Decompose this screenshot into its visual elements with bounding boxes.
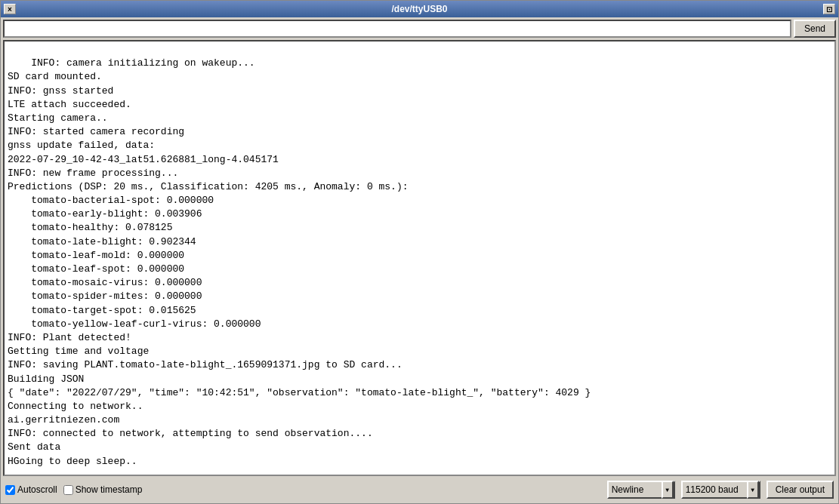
input-bar: Send bbox=[1, 17, 838, 40]
baud-dropdown-wrapper: 300 1200 2400 4800 9600 19200 38400 5760… bbox=[681, 481, 760, 499]
close-icon: × bbox=[8, 5, 12, 14]
baud-select[interactable]: 300 1200 2400 4800 9600 19200 38400 5760… bbox=[681, 481, 760, 499]
newline-select[interactable]: No line ending Newline Carriage return B… bbox=[607, 481, 675, 499]
show-timestamp-label[interactable]: Show timestamp bbox=[63, 484, 143, 495]
output-content: INFO: camera initializing on wakeup... S… bbox=[8, 57, 591, 466]
status-bar: Autoscroll Show timestamp No line ending… bbox=[1, 476, 838, 503]
autoscroll-text: Autoscroll bbox=[17, 484, 57, 495]
newline-dropdown-wrapper: No line ending Newline Carriage return B… bbox=[607, 481, 675, 499]
window-title: /dev/ttyUSB0 bbox=[16, 4, 823, 14]
clear-output-button[interactable]: Clear output bbox=[767, 481, 834, 499]
show-timestamp-checkbox[interactable] bbox=[63, 485, 73, 495]
serial-monitor-window: × /dev/ttyUSB0 ⊡ Send INFO: camera initi… bbox=[0, 0, 839, 504]
close-button[interactable]: × bbox=[4, 4, 16, 14]
send-button[interactable]: Send bbox=[794, 20, 836, 38]
maximize-button[interactable]: ⊡ bbox=[823, 4, 835, 14]
maximize-icon: ⊡ bbox=[826, 5, 832, 14]
title-bar: × /dev/ttyUSB0 ⊡ bbox=[1, 1, 838, 17]
show-timestamp-text: Show timestamp bbox=[76, 484, 143, 495]
serial-input[interactable] bbox=[3, 20, 791, 38]
autoscroll-label[interactable]: Autoscroll bbox=[5, 484, 57, 495]
autoscroll-checkbox[interactable] bbox=[5, 485, 15, 495]
output-area: INFO: camera initializing on wakeup... S… bbox=[3, 40, 836, 476]
